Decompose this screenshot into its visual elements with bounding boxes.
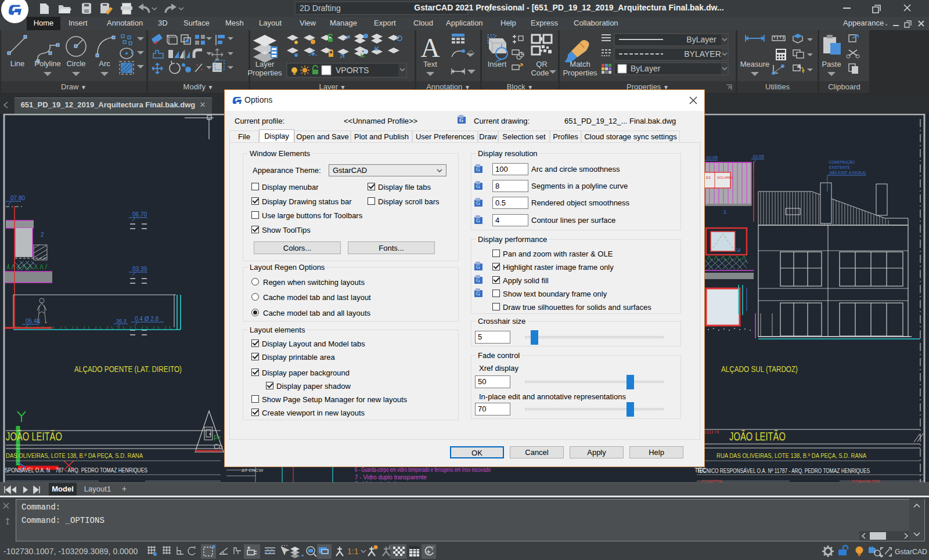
svg-text:2: 2 [41,232,44,238]
svg-text:G: G [476,218,480,223]
svg-text:ByLayer: ByLayer [631,64,661,73]
svg-text:G: G [476,291,480,297]
svg-text:Arc: Arc [99,59,110,68]
svg-text:Properties: Properties [247,68,282,77]
svg-text:JOÃO LEITÃO: JOÃO LEITÃO [6,429,62,443]
svg-text:G: G [459,117,463,123]
svg-text:Match: Match [570,60,590,68]
svg-text:G: G [476,264,480,270]
svg-text:G: G [476,200,480,206]
svg-text:Measure: Measure [740,60,770,68]
svg-text:2D Drafting: 2D Drafting [300,3,341,13]
svg-text:10.05: 10.05 [706,155,718,160]
svg-text:CONSTRUÇÃO: CONSTRUÇÃO [829,160,855,165]
svg-text:(NÃO EXIST. Á ESCALA): (NÃO EXIST. Á ESCALA) [829,170,866,175]
svg-text:Pr: Pr [214,434,221,442]
svg-text:EXISTENTE: EXISTENTE [829,165,850,170]
svg-text:A: A [420,33,440,63]
svg-text:10.05: 10.05 [752,154,765,159]
svg-text:Insert: Insert [488,60,507,68]
svg-text:1: 1 [723,209,726,215]
svg-text:Properties: Properties [563,68,597,77]
svg-text:SPONSAVEL O.A. N 787 - ARQ.: SPONSAVEL O.A. N 787 - ARQ. PEDRO TOMAZ … [5,467,147,474]
svg-text:VPORTS: VPORTS [336,66,369,75]
svg-text:TÉCNICO RESPONSÁVEL O.A. Nº 11: TÉCNICO RESPONSÁVEL O.A. Nº 11787 - ARQ.… [697,467,870,474]
svg-text:03.39: 03.39 [132,266,147,272]
svg-text:6 - Guarda-corpo em vidro temp: 6 - Guarda-corpo em vidro temperado e fe… [355,467,491,473]
svg-text:G: G [476,277,480,283]
svg-text:Line: Line [10,59,25,68]
svg-text:Text: Text [423,60,437,68]
svg-text:SOLARES: SOLARES [717,176,733,179]
svg-text:BYLAYER: BYLAYER [684,49,721,59]
svg-text:GstarCAD: GstarCAD [895,547,927,556]
svg-text:7 - Vidro duplo transparente: 7 - Vidro duplo transparente [355,474,427,480]
svg-text:Paste: Paste [822,60,841,68]
svg-text:ALÇADO SUL (TARDOZ): ALÇADO SUL (TARDOZ) [721,364,798,374]
svg-text:Layer: Layer [255,60,275,68]
svg-text:ES: ES [706,176,711,179]
svg-text:ΔT CNCW: ΔT CNCW [242,468,264,473]
svg-text:Polyline: Polyline [34,59,61,68]
svg-text:0.4 Ø 2.8: 0.4 Ø 2.8 [135,316,159,322]
svg-text:DAS OLIVEIRAS, LOTE 138, B.º D: DAS OLIVEIRAS, LOTE 138, B.º DA PEÇA, S.… [6,452,143,459]
svg-text:Code: Code [531,68,549,77]
svg-text:05.48: 05.48 [26,318,40,324]
svg-text:Circle: Circle [66,59,85,68]
svg-text:06.70: 06.70 [132,211,147,218]
svg-text:1:1: 1:1 [347,547,359,556]
svg-text:JOÃO LEITÃO: JOÃO LEITÃO [729,429,786,443]
svg-text:ByLayer: ByLayer [686,35,716,44]
svg-text:07.80: 07.80 [10,195,25,201]
svg-text:RUA DAS OLIVEIRAS, LOTE 138, B: RUA DAS OLIVEIRAS, LOTE 138, B.º DA PEÇA… [716,452,867,459]
svg-text:36.3: 36.3 [116,318,127,324]
svg-text:G: G [476,167,480,172]
svg-text:ALÇADO POENTE (LAT. DIREITO): ALÇADO POENTE (LAT. DIREITO) [74,364,182,374]
svg-text:QR: QR [536,60,548,68]
svg-text:G: G [476,183,480,189]
svg-text:Co: Co [214,443,223,451]
